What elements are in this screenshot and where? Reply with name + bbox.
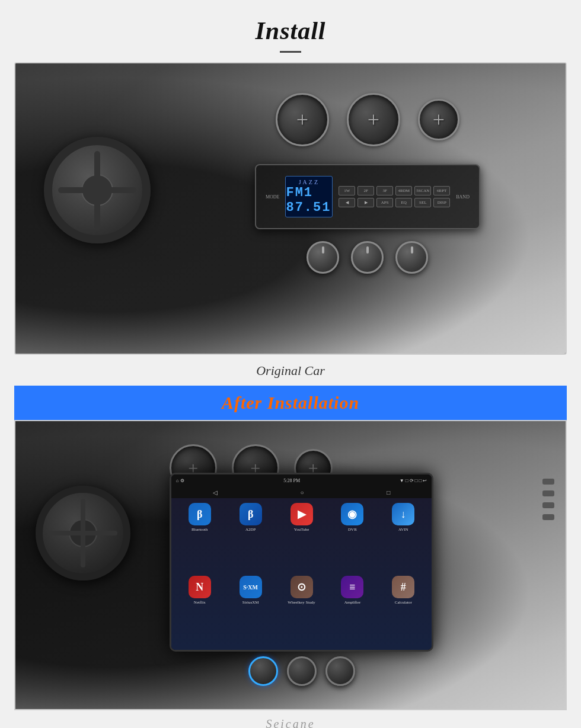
app-calculator[interactable]: # Calculator <box>379 576 427 645</box>
original-car-section: MODE JAZZ FM1 87.51 1W 2F 3F <box>0 62 581 355</box>
wheelkey-label: Wheelkey Study <box>288 600 315 605</box>
dvr-label: DVR <box>348 527 357 532</box>
bluetooth-icon-img: β <box>189 503 211 525</box>
android-nav-bar: ◁ ○ □ <box>171 486 432 498</box>
band-label-right: BAND <box>456 194 470 200</box>
radio-btn-5scan[interactable]: 5SCAN <box>414 186 431 195</box>
calculator-icon-img: # <box>392 576 414 598</box>
bluetooth-label: Bluetooth <box>191 527 208 532</box>
side-btn-3[interactable] <box>542 502 554 508</box>
steering-spoke-v <box>94 151 100 229</box>
radio-btn-prev[interactable]: ◀ <box>339 198 355 207</box>
header-section: Install <box>0 0 581 62</box>
app-bluetooth[interactable]: β Bluetooth <box>176 503 224 572</box>
radio-btn-play[interactable]: ▶ <box>357 198 374 207</box>
page-title: Install <box>0 17 581 45</box>
apps-grid: β Bluetooth β A2DP ▶ YouTube <box>171 498 432 649</box>
radio-btn-row-2: ◀ ▶ APS EQ SEL DISP <box>339 198 450 207</box>
a2dp-icon-img: β <box>240 503 262 525</box>
vent-right <box>418 99 459 140</box>
radio-btn-sel[interactable]: SEL <box>414 198 431 207</box>
status-time: 5:28 PM <box>283 478 300 483</box>
after-install-text: After Installation <box>222 393 359 412</box>
after-car-image: ⌂ ⚙ 5:28 PM ▼ □ ⟳ □ □ ↩ ◁ ○ □ <box>14 420 567 710</box>
app-wheelkey[interactable]: ⊙ Wheelkey Study <box>278 576 325 645</box>
radio-jazz-label: JAZZ <box>299 179 320 185</box>
seicane-watermark: Seicane <box>0 710 581 728</box>
app-siriusxm[interactable]: S·XM SiriusXM <box>227 576 274 645</box>
knob-left[interactable] <box>307 241 339 274</box>
avin-icon-img: ↓ <box>392 503 414 525</box>
radio-buttons: 1W 2F 3F 4RDM 5SCAN 6RPT ◀ ▶ <box>339 186 450 207</box>
app-netflix[interactable]: N Netflix <box>176 576 224 645</box>
radio-btn-2f[interactable]: 2F <box>357 186 374 195</box>
app-youtube[interactable]: ▶ YouTube <box>278 503 325 572</box>
side-btn-4[interactable] <box>542 514 554 520</box>
radio-display: JAZZ FM1 87.51 <box>285 176 333 217</box>
mode-label: MODE <box>266 194 280 200</box>
vents-top <box>276 93 459 146</box>
radio-btn-eq[interactable]: EQ <box>395 198 412 207</box>
dashboard-center: MODE JAZZ FM1 87.51 1W 2F 3F <box>170 63 566 354</box>
after-install-banner: After Installation <box>14 386 567 420</box>
siriusxm-icon-img: S·XM <box>240 576 262 598</box>
back-icon[interactable]: ◁ <box>213 489 218 496</box>
after-knob-center[interactable] <box>287 656 317 686</box>
original-car-image: MODE JAZZ FM1 87.51 1W 2F 3F <box>15 63 566 354</box>
radio-btn-aps[interactable]: APS <box>376 198 393 207</box>
knob-center[interactable] <box>351 241 384 274</box>
radio-btn-row-1: 1W 2F 3F 4RDM 5SCAN 6RPT <box>339 186 450 195</box>
radio-btn-disp[interactable]: DISP <box>433 198 450 207</box>
app-amplifier[interactable]: ≡ Amplifier <box>328 576 376 645</box>
after-car-section: ⌂ ⚙ 5:28 PM ▼ □ ⟳ □ □ ↩ ◁ ○ □ <box>0 420 581 710</box>
android-dashboard: ⌂ ⚙ 5:28 PM ▼ □ ⟳ □ □ ↩ ◁ ○ □ <box>15 421 566 709</box>
android-status-bar: ⌂ ⚙ 5:28 PM ▼ □ ⟳ □ □ ↩ <box>171 474 432 486</box>
app-a2dp[interactable]: β A2DP <box>227 503 274 572</box>
orig-dashboard: MODE JAZZ FM1 87.51 1W 2F 3F <box>15 63 566 354</box>
radio-btn-6rpt[interactable]: 6RPT <box>433 186 450 195</box>
side-btn-1[interactable] <box>542 479 554 485</box>
knob-right[interactable] <box>395 241 428 274</box>
side-btn-2[interactable] <box>542 490 554 496</box>
after-knob-left[interactable] <box>248 656 278 686</box>
dvr-icon-img: ◉ <box>341 503 363 525</box>
original-car-label: Original Car <box>0 355 581 386</box>
netflix-icon-img: N <box>189 576 211 598</box>
home-nav-icon[interactable]: ○ <box>301 489 304 496</box>
radio-frequency: FM1 87.51 <box>286 185 332 215</box>
steering-area <box>32 107 186 325</box>
after-spoke-v <box>81 499 85 567</box>
seicane-text: Seicane <box>266 717 315 728</box>
radio-btn-3f[interactable]: 3F <box>376 186 393 195</box>
bottom-controls <box>307 241 428 274</box>
a2dp-label: A2DP <box>245 527 256 532</box>
page-container: Install <box>0 0 581 728</box>
avin-label: AVIN <box>398 527 408 532</box>
radio-btn-1w[interactable]: 1W <box>339 186 355 195</box>
recent-icon[interactable]: □ <box>387 489 390 496</box>
app-avin[interactable]: ↓ AVIN <box>379 503 427 572</box>
original-car-image-wrapper: MODE JAZZ FM1 87.51 1W 2F 3F <box>14 62 567 355</box>
side-controls <box>542 479 554 520</box>
vent-center <box>347 93 400 146</box>
after-bottom-controls <box>170 656 433 686</box>
netflix-label: Netflix <box>194 600 206 605</box>
after-steering-wheel <box>36 486 130 581</box>
siriusxm-label: SiriusXM <box>242 600 259 605</box>
steering-wheel <box>44 137 151 243</box>
youtube-icon-img: ▶ <box>290 503 313 525</box>
youtube-label: YouTube <box>294 527 309 532</box>
amplifier-label: Amplifier <box>344 600 361 605</box>
amplifier-icon-img: ≡ <box>341 576 363 598</box>
android-head-unit: ⌂ ⚙ 5:28 PM ▼ □ ⟳ □ □ ↩ ◁ ○ □ <box>170 473 433 651</box>
radio-btn-4rdm[interactable]: 4RDM <box>395 186 412 195</box>
title-divider <box>280 51 301 53</box>
calculator-label: Calculator <box>395 600 412 605</box>
vent-left <box>276 93 329 146</box>
head-unit-screen: ⌂ ⚙ 5:28 PM ▼ □ ⟳ □ □ ↩ ◁ ○ □ <box>171 474 432 649</box>
after-steering-area <box>27 450 175 681</box>
after-knob-right[interactable] <box>325 656 355 686</box>
status-icons: ▼ □ ⟳ □ □ ↩ <box>400 478 427 483</box>
home-icon: ⌂ ⚙ <box>176 478 184 483</box>
app-dvr[interactable]: ◉ DVR <box>328 503 376 572</box>
